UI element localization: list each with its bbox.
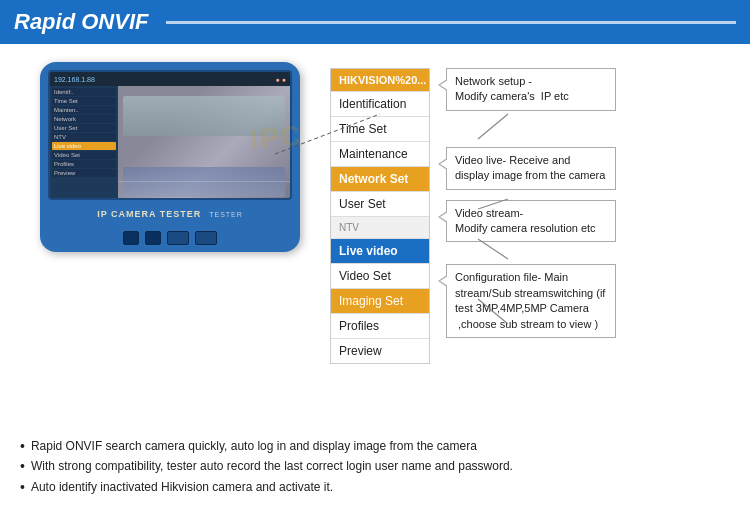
menu-ntv: NTV bbox=[331, 217, 429, 239]
callout-network-text: Network setup -Modify camera's IP etc bbox=[455, 75, 569, 102]
screen-menu-maintain[interactable]: Mainten.. bbox=[52, 106, 116, 114]
device-mockup: 192.168.1.88 ● ● Identif.. Time Set Main… bbox=[40, 62, 300, 252]
screen-content: Identif.. Time Set Mainten.. Network Use… bbox=[50, 86, 290, 200]
screen-menu-videoset[interactable]: Video Set bbox=[52, 151, 116, 159]
device-label-ipc: IP CAMERA TESTER bbox=[97, 209, 201, 219]
callout-profiles-text: Configuration file- Main stream/Sub stre… bbox=[455, 271, 605, 329]
menu-imagingset[interactable]: Imaging Set bbox=[331, 289, 429, 314]
camera-room-line bbox=[118, 181, 290, 182]
callouts-container: Network setup -Modify camera's IP etc Vi… bbox=[430, 58, 616, 338]
screen-menu-preview[interactable]: Preview bbox=[52, 169, 116, 177]
port-rj45-2 bbox=[145, 231, 161, 245]
screen-left-panel: Identif.. Time Set Mainten.. Network Use… bbox=[50, 86, 118, 200]
menu-networkset[interactable]: Network Set bbox=[331, 167, 429, 192]
callout-livevideo: Video live- Receive and display image fr… bbox=[446, 147, 616, 190]
screen-menu-timeset[interactable]: Time Set bbox=[52, 97, 116, 105]
callout-profiles: Configuration file- Main stream/Sub stre… bbox=[446, 264, 616, 338]
bullet-dot-3: • bbox=[20, 479, 25, 496]
header-line bbox=[166, 21, 736, 24]
screen-top-bar: 192.168.1.88 ● ● bbox=[50, 72, 290, 86]
bullet-item-2: • With strong compatibility, tester auto… bbox=[20, 458, 730, 475]
menu-preview[interactable]: Preview bbox=[331, 339, 429, 363]
bullets-section: • Rapid ONVIF search camera quickly, aut… bbox=[20, 438, 730, 500]
screen-main-view bbox=[118, 86, 290, 200]
callout-videostream: Video stream-Modify camera resolution et… bbox=[446, 200, 616, 243]
menu-timeset[interactable]: Time Set bbox=[331, 117, 429, 142]
menu-userset[interactable]: User Set bbox=[331, 192, 429, 217]
callout-videostream-text: Video stream-Modify camera resolution et… bbox=[455, 207, 596, 234]
device-bottom: IP CAMERA TESTER TESTER bbox=[48, 200, 292, 228]
device-ports bbox=[48, 228, 292, 248]
port-usb bbox=[167, 231, 189, 245]
screen-menu-network[interactable]: Network bbox=[52, 115, 116, 123]
header: Rapid ONVIF bbox=[0, 0, 750, 44]
callout-livevideo-text: Video live- Receive and display image fr… bbox=[455, 154, 605, 181]
bullet-text-2: With strong compatibility, tester auto r… bbox=[31, 458, 513, 475]
menu-videoset[interactable]: Video Set bbox=[331, 264, 429, 289]
menu-title: HIKVISION%20... bbox=[331, 69, 429, 92]
screen-menu-profiles[interactable]: Profiles bbox=[52, 160, 116, 168]
menu-livevideo[interactable]: Live video bbox=[331, 239, 429, 264]
bullet-dot-1: • bbox=[20, 438, 25, 455]
menu-identification[interactable]: Identification bbox=[331, 92, 429, 117]
menu-profiles[interactable]: Profiles bbox=[331, 314, 429, 339]
menu-column: HIKVISION%20... Identification Time Set … bbox=[330, 68, 430, 364]
device-label-tester: TESTER bbox=[209, 211, 243, 218]
screen-menu-userset[interactable]: User Set bbox=[52, 124, 116, 132]
camera-view bbox=[118, 86, 290, 200]
bullet-item-1: • Rapid ONVIF search camera quickly, aut… bbox=[20, 438, 730, 455]
bullet-dot-2: • bbox=[20, 458, 25, 475]
port-rj45-1 bbox=[123, 231, 139, 245]
header-title: Rapid ONVIF bbox=[14, 9, 148, 35]
bullet-text-1: Rapid ONVIF search camera quickly, auto … bbox=[31, 438, 477, 455]
screen-menu-ntv[interactable]: NTV bbox=[52, 133, 116, 141]
screen-menu-live[interactable]: Live video bbox=[52, 142, 116, 150]
screen-menu-identification[interactable]: Identif.. bbox=[52, 88, 116, 96]
bullet-item-3: • Auto identify inactivated Hikvision ca… bbox=[20, 479, 730, 496]
port-other bbox=[195, 231, 217, 245]
bullet-text-3: Auto identify inactivated Hikvision came… bbox=[31, 479, 333, 496]
device-screen: 192.168.1.88 ● ● Identif.. Time Set Main… bbox=[48, 70, 292, 200]
menu-maintenance[interactable]: Maintenance bbox=[331, 142, 429, 167]
callout-network: Network setup -Modify camera's IP etc bbox=[446, 68, 616, 111]
